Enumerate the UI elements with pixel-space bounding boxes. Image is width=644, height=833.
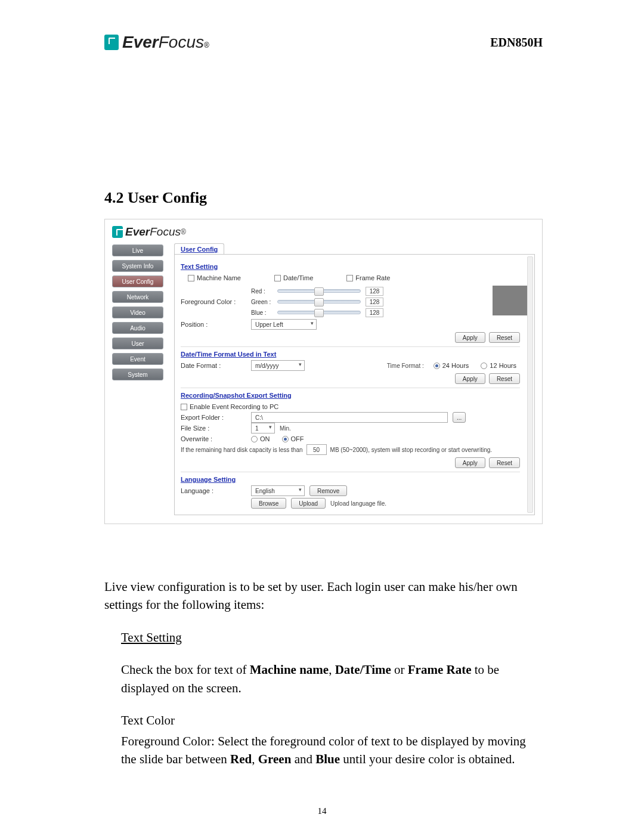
- date-format-value: m/d/yyyy: [255, 363, 278, 369]
- chk-machine-name[interactable]: Machine Name: [188, 274, 241, 281]
- tab-user-config[interactable]: User Config: [174, 243, 224, 255]
- slider-blue-value: 128: [366, 308, 383, 317]
- chk-frame-rate[interactable]: Frame Rate: [346, 274, 390, 281]
- file-size-unit: Min.: [280, 425, 291, 432]
- chk-date-time-label: Date/Time: [283, 274, 313, 281]
- checkbox-icon: [181, 404, 187, 410]
- language-value: English: [255, 488, 275, 494]
- date-format-select[interactable]: m/d/yyyy: [251, 360, 305, 371]
- brand-ever: Ever: [122, 33, 159, 52]
- apply-button[interactable]: Apply: [455, 457, 485, 468]
- settings-panel: Text Setting Machine Name Date/Time F: [174, 254, 535, 515]
- export-folder-label: Export Folder :: [181, 414, 246, 421]
- browse-button[interactable]: Browse: [251, 498, 286, 509]
- radio-off-label: OFF: [291, 435, 304, 442]
- screenshot-frame: Ever Focus ® Live System Info User Confi…: [104, 219, 543, 524]
- model-label: EDN850H: [490, 36, 543, 49]
- radio-overwrite-off[interactable]: OFF: [282, 435, 304, 442]
- doc-heading-text-setting: Text Setting: [121, 630, 182, 645]
- section-heading: 4.2 User Config: [104, 189, 543, 207]
- apply-button[interactable]: Apply: [455, 332, 485, 343]
- slider-blue[interactable]: [277, 311, 361, 314]
- checkbox-icon: [274, 275, 281, 281]
- doc-paragraph-textsetting: Check the box for text of Machine name, …: [121, 661, 543, 697]
- shot-brand-focus: Focus: [150, 225, 181, 239]
- position-select[interactable]: Upper Left: [251, 319, 317, 330]
- radio-icon: [282, 436, 289, 442]
- export-folder-value: C:\: [255, 414, 263, 421]
- foreground-color-label-text: Foreground Color :: [181, 298, 246, 305]
- doc-heading-text-color: Text Color: [121, 711, 543, 729]
- brand-logo: Ever Focus ®: [104, 33, 209, 52]
- radio-icon: [481, 363, 487, 369]
- position-label: Position :: [181, 321, 246, 328]
- file-size-label: File Size :: [181, 425, 246, 432]
- chk-enable-recording-label: Enable Event Recording to PC: [190, 403, 278, 410]
- reset-button[interactable]: Reset: [489, 457, 520, 468]
- document-header: Ever Focus ® EDN850H: [104, 33, 543, 52]
- radio-12-label: 12 Hours: [490, 362, 516, 369]
- sidebar-item-event[interactable]: Event: [112, 353, 163, 365]
- radio-12-hours[interactable]: 12 Hours: [481, 362, 516, 369]
- file-size-select[interactable]: 1: [251, 423, 275, 433]
- chk-frame-rate-label: Frame Rate: [355, 274, 390, 281]
- page-number: 14: [0, 806, 644, 816]
- remaining-text-post: MB (50~2000), system will stop recording…: [330, 447, 493, 453]
- remaining-value: 50: [313, 447, 320, 453]
- sidebar-item-live[interactable]: Live: [112, 244, 163, 256]
- sidebar-item-user-config[interactable]: User Config: [112, 275, 163, 287]
- slider-red-label: Red :: [251, 288, 273, 295]
- shot-brand-ever: Ever: [125, 225, 150, 239]
- chk-machine-name-label: Machine Name: [197, 274, 241, 281]
- brand-focus: Focus: [159, 33, 204, 52]
- everfocus-icon: [112, 226, 123, 238]
- brand-reg: ®: [204, 41, 209, 49]
- slider-green-label: Green :: [251, 299, 273, 305]
- upload-button[interactable]: Upload: [291, 498, 326, 509]
- checkbox-icon: [346, 275, 353, 281]
- overwrite-label: Overwrite :: [181, 435, 246, 442]
- language-select[interactable]: English: [251, 485, 305, 496]
- color-preview: [493, 286, 528, 315]
- slider-red[interactable]: [277, 289, 361, 293]
- group-text-setting: Text Setting: [181, 263, 528, 270]
- export-folder-input[interactable]: C:\: [251, 412, 448, 423]
- slider-blue-label: Blue :: [251, 309, 273, 316]
- apply-button[interactable]: Apply: [455, 373, 485, 384]
- scrollbar[interactable]: [527, 256, 533, 513]
- slider-green-value: 128: [366, 298, 383, 306]
- position-value: Upper Left: [255, 321, 283, 328]
- date-format-label: Date Format :: [181, 362, 246, 369]
- sidebar-item-system-info[interactable]: System Info: [112, 260, 163, 272]
- shot-brand-reg: ®: [181, 228, 186, 236]
- language-label: Language :: [181, 487, 246, 494]
- sidebar-item-audio[interactable]: Audio: [112, 322, 163, 334]
- sidebar-item-network[interactable]: Network: [112, 291, 163, 303]
- radio-24-label: 24 Hours: [442, 362, 469, 369]
- upload-hint: Upload language file.: [330, 500, 386, 507]
- shot-brand: Ever Focus ®: [112, 225, 535, 239]
- remaining-text-pre: If the remaining hard disk capacity is l…: [181, 447, 303, 453]
- chk-date-time[interactable]: Date/Time: [274, 274, 313, 281]
- reset-button[interactable]: Reset: [489, 373, 520, 384]
- group-language: Language Setting: [181, 476, 528, 483]
- sidebar-item-video[interactable]: Video: [112, 306, 163, 318]
- radio-24-hours[interactable]: 24 Hours: [434, 362, 469, 369]
- slider-green[interactable]: [277, 300, 361, 304]
- remaining-input[interactable]: 50: [306, 444, 327, 455]
- sidebar-nav: Live System Info User Config Network Vid…: [112, 243, 163, 515]
- remove-button[interactable]: Remove: [309, 485, 347, 496]
- radio-overwrite-on[interactable]: ON: [251, 435, 270, 442]
- everfocus-icon: [104, 35, 119, 50]
- group-datetime-format: Date/Time Format Used in Text: [181, 351, 528, 358]
- reset-button[interactable]: Reset: [489, 332, 520, 343]
- radio-icon: [434, 363, 440, 369]
- time-format-label: Time Format :: [387, 363, 424, 369]
- sidebar-item-user[interactable]: User: [112, 337, 163, 349]
- radio-on-label: ON: [260, 435, 270, 442]
- file-size-value: 1: [255, 425, 259, 432]
- checkbox-icon: [188, 275, 194, 281]
- chk-enable-recording[interactable]: Enable Event Recording to PC: [181, 403, 278, 410]
- sidebar-item-system[interactable]: System: [112, 368, 163, 380]
- browse-folder-button[interactable]: ...: [453, 412, 466, 423]
